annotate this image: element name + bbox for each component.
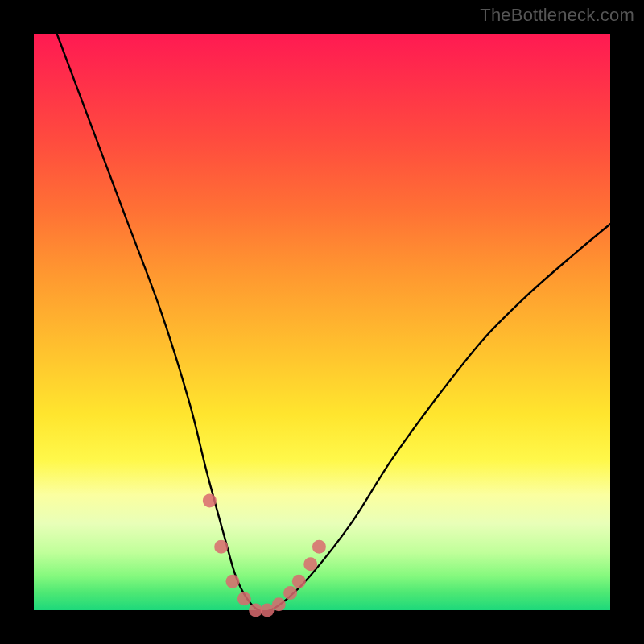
watermark-text: TheBottleneck.com xyxy=(480,5,634,26)
plot-area xyxy=(34,34,610,610)
highlight-point xyxy=(272,597,286,611)
highlight-point xyxy=(283,586,297,600)
bottleneck-curve xyxy=(57,34,610,612)
chart-frame: TheBottleneck.com xyxy=(0,0,644,644)
highlight-point-group xyxy=(203,493,326,617)
highlight-point xyxy=(214,540,228,554)
highlight-point xyxy=(237,592,251,605)
highlight-point xyxy=(226,575,240,588)
highlight-point xyxy=(312,540,326,554)
highlight-point xyxy=(303,557,317,571)
highlight-point xyxy=(203,493,217,507)
highlight-point xyxy=(292,575,306,588)
